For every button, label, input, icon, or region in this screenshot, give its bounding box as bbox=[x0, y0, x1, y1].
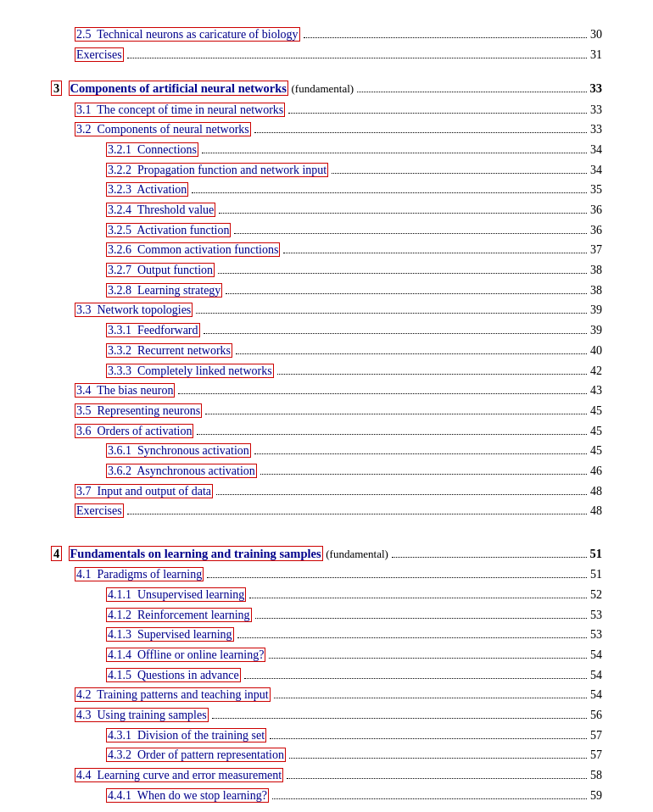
toc-link[interactable]: 3.2.3 Activation bbox=[106, 182, 188, 197]
chapter-title-link[interactable]: Fundamentals on learning and training sa… bbox=[69, 546, 323, 561]
dots bbox=[207, 577, 587, 578]
toc-link[interactable]: 3.6 Orders of activation bbox=[75, 424, 193, 438]
page-number: 37 bbox=[590, 241, 602, 259]
toc-link[interactable]: 3.7 Input and output of data bbox=[75, 484, 213, 498]
toc-link[interactable]: 4.1.5 Questions in advance bbox=[106, 668, 241, 682]
toc-link[interactable]: 4.1.2 Reinforcement learning bbox=[106, 608, 252, 622]
entry-label: 3.3.1 Feedforward bbox=[106, 321, 200, 340]
toc-link[interactable]: 4.4 Learning curve and error measurement bbox=[75, 768, 283, 782]
exercises-link[interactable]: Exercises bbox=[75, 47, 124, 62]
page-number: 45 bbox=[590, 442, 602, 460]
page-number: 48 bbox=[590, 502, 602, 520]
toc-link[interactable]: 4.3 Using training samples bbox=[75, 708, 209, 722]
toc-entry: 4.1.4 Offline or online learning?54 bbox=[51, 646, 602, 665]
page-number: 34 bbox=[590, 161, 602, 180]
entry-label: 4.1 Paradigms of learning bbox=[75, 565, 204, 584]
chapter-page: 51 bbox=[590, 544, 603, 564]
toc-link[interactable]: 4.1 Paradigms of learning bbox=[75, 567, 204, 581]
toc-link[interactable]: 4.2 Training patterns and teaching input bbox=[75, 687, 271, 702]
entry-label: 3.2.7 Output function bbox=[106, 261, 215, 280]
toc-link[interactable]: 3.2.7 Output function bbox=[106, 263, 215, 277]
page-number: 33 bbox=[590, 120, 602, 139]
toc-link[interactable]: 4.3.1 Division of the training set bbox=[106, 728, 266, 742]
dots bbox=[204, 333, 587, 334]
page-number: 31 bbox=[590, 46, 602, 64]
entry-label: 3.2 Components of neural networks bbox=[75, 120, 251, 139]
toc-link[interactable]: 4.1.1 Unsupervised learning bbox=[106, 587, 246, 602]
toc-entry: 2.5 Technical neurons as caricature of b… bbox=[51, 25, 602, 44]
entry-label: 4.1.5 Questions in advance bbox=[106, 666, 241, 685]
toc-link[interactable]: 3.2.1 Connections bbox=[106, 142, 198, 157]
chapter-entry: 3 Components of artificial neural networ… bbox=[51, 79, 602, 98]
page-number: 46 bbox=[590, 462, 602, 481]
page-number: 43 bbox=[590, 381, 602, 400]
page-number: 36 bbox=[590, 201, 602, 220]
page-number: 57 bbox=[590, 726, 602, 745]
page-number: 36 bbox=[590, 221, 602, 240]
entry-label: 4.4 Learning curve and error measurement bbox=[75, 766, 283, 785]
dots bbox=[255, 618, 587, 619]
toc-entry: 4.1.5 Questions in advance54 bbox=[51, 666, 602, 685]
toc-link[interactable]: 3.3.1 Feedforward bbox=[106, 323, 200, 337]
toc-link[interactable]: 3.3.3 Completely linked networks bbox=[106, 364, 274, 378]
entry-label: 3.2.2 Propagation function and network i… bbox=[106, 161, 328, 180]
dots bbox=[237, 637, 587, 638]
toc-link[interactable]: 3.1 The concept of time in neural networ… bbox=[75, 103, 285, 117]
toc-entry: 3.5 Representing neurons45 bbox=[51, 402, 602, 420]
toc-link[interactable]: 3.4 The bias neuron bbox=[75, 383, 175, 398]
entry-label: 3.2.1 Connections bbox=[106, 141, 198, 159]
page-number: 42 bbox=[590, 362, 602, 381]
toc-link[interactable]: 2.5 Technical neurons as caricature of b… bbox=[75, 27, 300, 42]
dots bbox=[269, 658, 587, 659]
toc-link[interactable]: 3.3 Network topologies bbox=[75, 303, 193, 317]
toc-link[interactable]: 3.2.5 Activation function bbox=[106, 223, 231, 237]
dots bbox=[270, 738, 587, 739]
entry-label: 4.4.1 When do we stop learning? bbox=[106, 787, 269, 805]
toc-link[interactable]: 3.3.2 Recurrent networks bbox=[106, 343, 232, 358]
toc-entry: 4.1.1 Unsupervised learning52 bbox=[51, 586, 602, 604]
dots bbox=[244, 678, 587, 679]
toc-link[interactable]: 3.6.1 Synchronous activation bbox=[106, 443, 251, 458]
exercises-link[interactable]: Exercises bbox=[75, 503, 124, 518]
entry-label: 3.5 Representing neurons bbox=[75, 402, 202, 420]
entry-label: 2.5 Technical neurons as caricature of b… bbox=[75, 25, 300, 44]
toc-link[interactable]: 3.5 Representing neurons bbox=[75, 403, 202, 418]
toc-entry: 4.2 Training patterns and teaching input… bbox=[51, 686, 602, 704]
toc-link[interactable]: 4.4.1 When do we stop learning? bbox=[106, 788, 269, 803]
page-number: 40 bbox=[590, 342, 602, 360]
toc-entry: 3.2.7 Output function38 bbox=[51, 261, 602, 280]
dots bbox=[192, 192, 587, 193]
dots bbox=[254, 132, 587, 133]
entry-label: 3.3.3 Completely linked networks bbox=[106, 362, 274, 381]
toc-link[interactable]: 3.6.2 Asynchronous activation bbox=[106, 464, 257, 478]
chapter-title-link[interactable]: Components of artificial neural networks bbox=[69, 81, 288, 96]
toc-entry: 3.2.5 Activation function36 bbox=[51, 221, 602, 240]
page-number: 54 bbox=[590, 646, 602, 665]
page-number: 54 bbox=[590, 686, 602, 704]
toc-entry: 3.2.3 Activation35 bbox=[51, 181, 602, 199]
toc-link[interactable]: 3.2.6 Common activation functions bbox=[106, 242, 280, 257]
toc-link[interactable]: 3.2 Components of neural networks bbox=[75, 122, 251, 136]
toc-entry: 4.1.3 Supervised learning53 bbox=[51, 626, 602, 644]
page-number: 30 bbox=[590, 25, 602, 44]
toc-entry: Exercises31 bbox=[51, 46, 602, 64]
toc-entry: 3.2.6 Common activation functions37 bbox=[51, 241, 602, 259]
toc-link[interactable]: 4.3.2 Order of pattern representation bbox=[106, 748, 286, 762]
page-number: 33 bbox=[590, 101, 602, 120]
toc-link[interactable]: 3.2.4 Threshold value bbox=[106, 203, 215, 217]
toc-link[interactable]: 4.1.4 Offline or online learning? bbox=[106, 648, 265, 662]
dots bbox=[283, 253, 587, 253]
toc-link[interactable]: 3.2.2 Propagation function and network i… bbox=[106, 163, 328, 177]
page-number: 53 bbox=[590, 606, 602, 625]
entry-label: 4.1.2 Reinforcement learning bbox=[106, 606, 252, 625]
toc-link[interactable]: 3.2.8 Learning strategy bbox=[106, 283, 222, 298]
entry-label: 4.1.1 Unsupervised learning bbox=[106, 586, 246, 604]
entry-label: 3.7 Input and output of data bbox=[75, 482, 213, 501]
toc-entry: 3.3 Network topologies39 bbox=[51, 301, 602, 320]
toc-link[interactable]: 4.1.3 Supervised learning bbox=[106, 627, 234, 642]
dots bbox=[226, 293, 587, 294]
toc-entry: 3.2.1 Connections34 bbox=[51, 141, 602, 159]
dots bbox=[197, 434, 587, 435]
toc-entry: 3.7 Input and output of data48 bbox=[51, 482, 602, 501]
dots bbox=[357, 92, 586, 92]
